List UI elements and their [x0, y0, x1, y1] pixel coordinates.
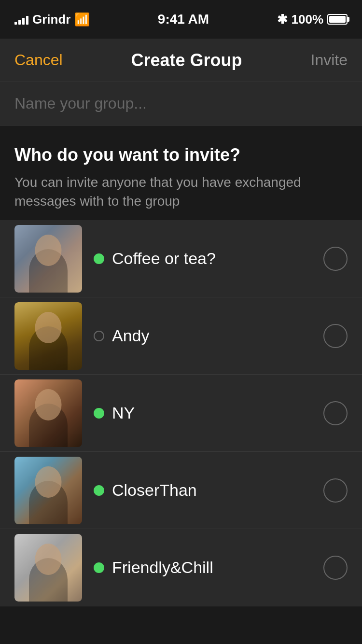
- select-contact-button[interactable]: [323, 324, 348, 348]
- contact-info: CloserThan: [94, 481, 312, 500]
- contact-avatar: [14, 302, 82, 370]
- select-contact-button[interactable]: [323, 247, 348, 271]
- contact-avatar: [14, 457, 82, 524]
- invite-section-title: Who do you want to invite?: [14, 145, 348, 165]
- wifi-icon: 📶: [74, 12, 90, 27]
- status-bar: Grindr 📶 9:41 AM ✱ 100%: [0, 0, 362, 39]
- contact-name: Friendly&Chill: [112, 558, 213, 577]
- signal-bars-icon: [14, 14, 28, 25]
- contact-avatar: [14, 225, 82, 293]
- invite-button[interactable]: Invite: [311, 51, 348, 69]
- contact-avatar: [14, 379, 82, 447]
- contact-item[interactable]: Coffee or tea?: [0, 220, 362, 297]
- cancel-button[interactable]: Cancel: [14, 51, 63, 69]
- contact-avatar: [14, 534, 82, 602]
- select-contact-button[interactable]: [323, 478, 348, 503]
- invite-section-description: You can invite anyone that you have exch…: [14, 173, 348, 210]
- select-contact-button[interactable]: [323, 401, 348, 425]
- contact-list: Coffee or tea?AndyNYCloserThanFriendly&C…: [0, 220, 362, 606]
- select-contact-button[interactable]: [323, 556, 348, 580]
- status-left: Grindr 📶: [14, 12, 90, 27]
- contact-name: NY: [112, 404, 135, 422]
- online-status-icon: [94, 485, 104, 496]
- contact-info: Coffee or tea?: [94, 249, 312, 268]
- carrier-label: Grindr: [32, 12, 70, 27]
- contact-item[interactable]: Friendly&Chill: [0, 529, 362, 606]
- contact-name: Coffee or tea?: [112, 249, 216, 268]
- contact-item[interactable]: CloserThan: [0, 452, 362, 529]
- online-status-icon: [94, 562, 104, 573]
- online-status-icon: [94, 253, 104, 264]
- contact-info: NY: [94, 404, 312, 422]
- contact-info: Friendly&Chill: [94, 558, 312, 577]
- nav-bar: Cancel Create Group Invite: [0, 39, 362, 82]
- battery-label: 100%: [292, 12, 324, 27]
- status-right: ✱ 100%: [277, 12, 348, 27]
- invite-section-header: Who do you want to invite? You can invit…: [0, 126, 362, 220]
- bluetooth-icon: ✱: [277, 12, 288, 27]
- time-display: 9:41 AM: [158, 12, 209, 27]
- contact-info: Andy: [94, 326, 312, 345]
- contact-name: CloserThan: [112, 481, 197, 500]
- battery-icon: [327, 14, 348, 25]
- contact-item[interactable]: Andy: [0, 297, 362, 375]
- online-status-icon: [94, 331, 104, 341]
- group-name-input[interactable]: [0, 82, 362, 126]
- contact-name: Andy: [112, 326, 150, 345]
- page-title: Create Group: [131, 50, 242, 70]
- contact-item[interactable]: NY: [0, 375, 362, 452]
- online-status-icon: [94, 408, 104, 419]
